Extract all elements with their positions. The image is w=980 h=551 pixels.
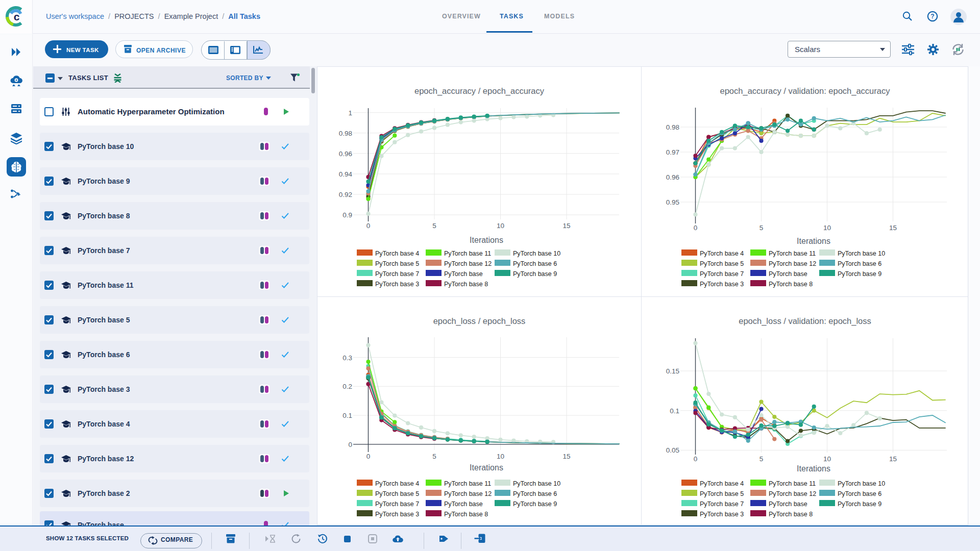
svg-text:0.97: 0.97 bbox=[666, 148, 679, 156]
svg-text:PyTorch base 11: PyTorch base 11 bbox=[444, 250, 491, 257]
svg-text:PyTorch base 10: PyTorch base 10 bbox=[513, 250, 560, 257]
svg-text:PyTorch base 4: PyTorch base 4 bbox=[700, 480, 744, 487]
svg-text:0: 0 bbox=[694, 455, 698, 463]
svg-text:PyTorch base 6: PyTorch base 6 bbox=[513, 490, 557, 497]
svg-text:Iterations: Iterations bbox=[470, 236, 503, 244]
svg-text:PyTorch base 10: PyTorch base 10 bbox=[838, 250, 885, 257]
svg-text:PyTorch base 12: PyTorch base 12 bbox=[769, 260, 816, 267]
svg-text:PyTorch base 5: PyTorch base 5 bbox=[700, 260, 744, 267]
svg-text:PyTorch base 3: PyTorch base 3 bbox=[700, 281, 744, 288]
svg-text:0: 0 bbox=[348, 441, 352, 448]
svg-text:PyTorch base 8: PyTorch base 8 bbox=[769, 281, 813, 288]
svg-text:0: 0 bbox=[366, 453, 371, 460]
svg-text:0.3: 0.3 bbox=[342, 354, 352, 362]
svg-text:PyTorch base: PyTorch base bbox=[444, 500, 483, 508]
svg-text:PyTorch base 11: PyTorch base 11 bbox=[769, 480, 816, 487]
svg-text:PyTorch base: PyTorch base bbox=[769, 500, 807, 508]
svg-text:PyTorch base 12: PyTorch base 12 bbox=[769, 490, 816, 497]
svg-text:1: 1 bbox=[348, 109, 352, 117]
svg-text:PyTorch base 12: PyTorch base 12 bbox=[444, 260, 492, 267]
svg-text:PyTorch base 11: PyTorch base 11 bbox=[769, 250, 816, 257]
svg-text:PyTorch base 3: PyTorch base 3 bbox=[375, 281, 419, 288]
svg-text:PyTorch base 12: PyTorch base 12 bbox=[444, 490, 492, 497]
svg-text:15: 15 bbox=[889, 455, 897, 463]
svg-text:PyTorch base 7: PyTorch base 7 bbox=[375, 500, 419, 508]
svg-text:0.9: 0.9 bbox=[342, 211, 352, 219]
svg-text:PyTorch base 9: PyTorch base 9 bbox=[838, 270, 881, 278]
svg-text:PyTorch base 9: PyTorch base 9 bbox=[513, 270, 557, 278]
svg-text:PyTorch base 5: PyTorch base 5 bbox=[375, 490, 419, 497]
svg-text:epoch_loss / epoch_loss: epoch_loss / epoch_loss bbox=[433, 316, 526, 326]
svg-text:PyTorch base 6: PyTorch base 6 bbox=[838, 260, 881, 267]
svg-text:0.15: 0.15 bbox=[666, 367, 679, 375]
svg-text:5: 5 bbox=[760, 455, 764, 463]
svg-text:PyTorch base 6: PyTorch base 6 bbox=[513, 260, 557, 267]
svg-text:PyTorch base 3: PyTorch base 3 bbox=[700, 511, 744, 518]
svg-text:PyTorch base 7: PyTorch base 7 bbox=[700, 270, 744, 278]
svg-text:Iterations: Iterations bbox=[797, 464, 830, 473]
svg-text:5: 5 bbox=[760, 224, 764, 232]
svg-text:15: 15 bbox=[562, 453, 570, 460]
svg-text:0.98: 0.98 bbox=[339, 130, 352, 137]
svg-text:epoch_accuracy / validation: e: epoch_accuracy / validation: epoch_accur… bbox=[720, 86, 891, 96]
svg-text:PyTorch base 8: PyTorch base 8 bbox=[769, 511, 813, 518]
svg-text:0: 0 bbox=[694, 224, 698, 232]
svg-text:PyTorch base 11: PyTorch base 11 bbox=[444, 480, 491, 487]
svg-text:0.1: 0.1 bbox=[670, 407, 679, 415]
svg-text:PyTorch base 8: PyTorch base 8 bbox=[444, 511, 488, 518]
svg-text:Iterations: Iterations bbox=[470, 463, 503, 472]
svg-text:epoch_loss / validation: epoch: epoch_loss / validation: epoch_loss bbox=[739, 316, 871, 326]
svg-text:PyTorch base 6: PyTorch base 6 bbox=[838, 490, 881, 497]
svg-text:15: 15 bbox=[889, 224, 897, 232]
svg-text:0.2: 0.2 bbox=[342, 383, 352, 390]
svg-text:PyTorch base 7: PyTorch base 7 bbox=[700, 500, 744, 508]
svg-text:10: 10 bbox=[497, 222, 504, 230]
svg-text:PyTorch base 4: PyTorch base 4 bbox=[700, 250, 744, 257]
svg-text:PyTorch base 10: PyTorch base 10 bbox=[513, 480, 560, 487]
svg-text:0: 0 bbox=[366, 222, 371, 230]
svg-text:15: 15 bbox=[562, 222, 570, 230]
svg-text:PyTorch base 8: PyTorch base 8 bbox=[444, 281, 488, 288]
svg-text:10: 10 bbox=[823, 455, 831, 463]
svg-text:PyTorch base 10: PyTorch base 10 bbox=[838, 480, 885, 487]
svg-text:PyTorch base 9: PyTorch base 9 bbox=[838, 500, 881, 508]
svg-text:PyTorch base 4: PyTorch base 4 bbox=[375, 250, 419, 257]
svg-text:0.94: 0.94 bbox=[339, 170, 353, 178]
svg-text:Iterations: Iterations bbox=[797, 237, 830, 245]
svg-text:?: ? bbox=[930, 13, 934, 20]
svg-text:0.92: 0.92 bbox=[339, 191, 352, 198]
svg-text:PyTorch base 4: PyTorch base 4 bbox=[375, 480, 419, 487]
svg-text:PyTorch base: PyTorch base bbox=[769, 270, 807, 278]
svg-text:PyTorch base 5: PyTorch base 5 bbox=[375, 260, 419, 267]
svg-text:epoch_accuracy / epoch_accurac: epoch_accuracy / epoch_accuracy bbox=[414, 86, 545, 96]
svg-text:5: 5 bbox=[432, 222, 436, 230]
svg-text:10: 10 bbox=[497, 453, 504, 460]
svg-text:0.05: 0.05 bbox=[666, 446, 679, 454]
svg-text:PyTorch base 9: PyTorch base 9 bbox=[513, 500, 557, 508]
svg-text:0.98: 0.98 bbox=[666, 123, 679, 131]
svg-text:PyTorch base 7: PyTorch base 7 bbox=[375, 270, 419, 278]
svg-text:0.95: 0.95 bbox=[666, 198, 679, 206]
svg-text:0.1: 0.1 bbox=[342, 412, 352, 419]
svg-text:PyTorch base: PyTorch base bbox=[444, 270, 483, 278]
svg-text:0.96: 0.96 bbox=[339, 150, 352, 158]
svg-text:10: 10 bbox=[823, 224, 831, 232]
svg-text:PyTorch base 5: PyTorch base 5 bbox=[700, 490, 744, 497]
svg-text:0.96: 0.96 bbox=[666, 173, 679, 181]
svg-text:c: c bbox=[14, 11, 20, 22]
svg-text:PyTorch base 3: PyTorch base 3 bbox=[375, 511, 419, 518]
svg-text:5: 5 bbox=[432, 453, 436, 460]
